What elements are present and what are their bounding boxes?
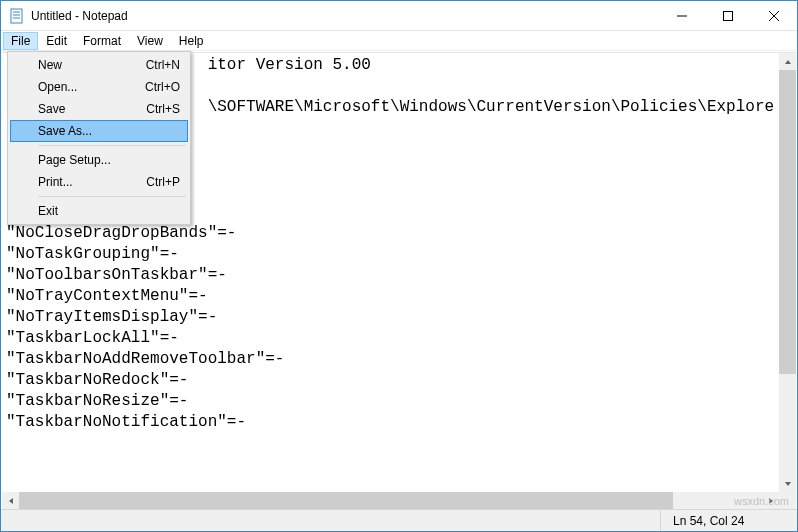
svg-marker-10 (9, 498, 13, 504)
menu-separator (38, 145, 186, 146)
menu-item-shortcut: Ctrl+O (145, 80, 180, 94)
file-menu-print[interactable]: Print...Ctrl+P (10, 171, 188, 193)
window-controls (659, 1, 797, 30)
status-position: Ln 54, Col 24 (660, 510, 780, 531)
notepad-icon (9, 8, 25, 24)
menu-item-shortcut: Ctrl+S (146, 102, 180, 116)
vscroll-track[interactable] (779, 70, 796, 475)
menu-item-label: Exit (38, 204, 180, 218)
titlebar: Untitled - Notepad (1, 1, 797, 31)
menu-item-label: Page Setup... (38, 153, 180, 167)
menu-item-label: Print... (38, 175, 146, 189)
svg-marker-9 (785, 482, 791, 486)
menu-item-label: Save (38, 102, 146, 116)
menu-separator (38, 196, 186, 197)
menu-file[interactable]: File (3, 32, 38, 50)
file-menu-save[interactable]: SaveCtrl+S (10, 98, 188, 120)
maximize-button[interactable] (705, 1, 751, 30)
menu-item-label: Save As... (38, 124, 180, 138)
menu-item-label: Open... (38, 80, 145, 94)
menu-view[interactable]: View (129, 32, 171, 50)
menu-item-shortcut: Ctrl+N (146, 58, 180, 72)
file-menu-open[interactable]: Open...Ctrl+O (10, 76, 188, 98)
scroll-down-icon[interactable] (779, 475, 796, 492)
file-menu-exit[interactable]: Exit (10, 200, 188, 222)
minimize-button[interactable] (659, 1, 705, 30)
menu-edit[interactable]: Edit (38, 32, 75, 50)
menu-format[interactable]: Format (75, 32, 129, 50)
file-menu-new[interactable]: NewCtrl+N (10, 54, 188, 76)
file-menu-page-setup[interactable]: Page Setup... (10, 149, 188, 171)
window-title: Untitled - Notepad (31, 9, 659, 23)
menu-help[interactable]: Help (171, 32, 212, 50)
svg-rect-5 (724, 11, 733, 20)
close-button[interactable] (751, 1, 797, 30)
watermark: wsxdn.com (734, 495, 789, 507)
vertical-scrollbar[interactable] (779, 53, 796, 492)
file-menu-save-as[interactable]: Save As... (10, 120, 188, 142)
menubar: FileEditFormatViewHelp (1, 31, 797, 51)
menu-item-label: New (38, 58, 146, 72)
scroll-up-icon[interactable] (779, 53, 796, 70)
hscroll-thumb[interactable] (19, 492, 673, 509)
horizontal-scrollbar[interactable] (2, 492, 779, 509)
statusbar: Ln 54, Col 24 (1, 509, 797, 531)
hscroll-track[interactable] (19, 492, 762, 509)
vscroll-thumb[interactable] (779, 70, 796, 374)
file-menu-dropdown: NewCtrl+NOpen...Ctrl+OSaveCtrl+SSave As.… (7, 51, 191, 225)
svg-marker-8 (785, 60, 791, 64)
menu-item-shortcut: Ctrl+P (146, 175, 180, 189)
svg-rect-0 (11, 9, 22, 23)
scroll-left-icon[interactable] (2, 492, 19, 509)
